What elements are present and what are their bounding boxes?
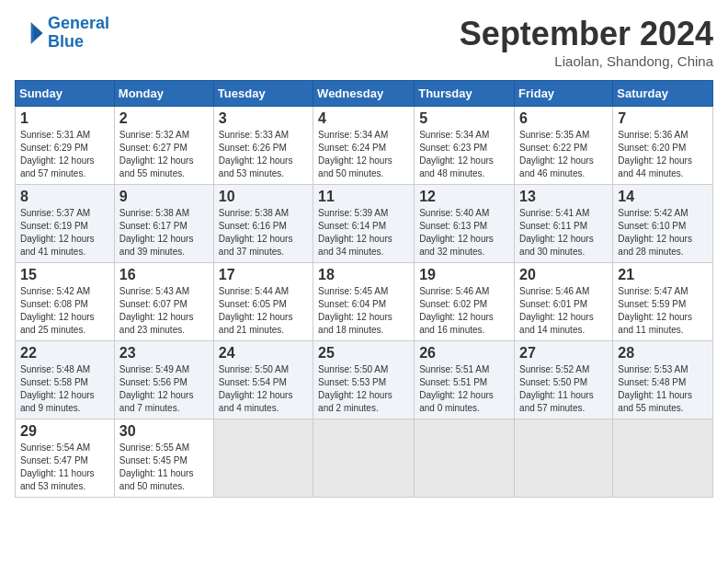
day-number: 18 (318, 267, 409, 283)
day-info: Sunrise: 5:40 AMSunset: 6:13 PMDaylight:… (419, 207, 509, 259)
header-thursday: Thursday (415, 81, 515, 107)
header-sunday: Sunday (16, 81, 115, 107)
day-number: 3 (219, 110, 308, 127)
calendar-day-cell: 13Sunrise: 5:41 AMSunset: 6:11 PMDayligh… (515, 185, 613, 263)
logo-line2: Blue (48, 32, 84, 51)
day-info: Sunrise: 5:42 AMSunset: 6:10 PMDaylight:… (618, 207, 708, 259)
day-info: Sunrise: 5:49 AMSunset: 5:56 PMDaylight:… (119, 363, 209, 415)
calendar-day-cell: 17Sunrise: 5:44 AMSunset: 6:05 PMDayligh… (213, 263, 313, 341)
calendar-day-cell: 24Sunrise: 5:50 AMSunset: 5:54 PMDayligh… (213, 341, 313, 419)
title-block: September 2024 Liaolan, Shandong, China (460, 15, 713, 69)
calendar-day-cell: 19Sunrise: 5:46 AMSunset: 6:02 PMDayligh… (415, 263, 515, 341)
day-info: Sunrise: 5:52 AMSunset: 5:50 PMDaylight:… (519, 363, 608, 415)
day-info: Sunrise: 5:47 AMSunset: 5:59 PMDaylight:… (618, 285, 708, 337)
calendar-day-cell: 23Sunrise: 5:49 AMSunset: 5:56 PMDayligh… (114, 341, 213, 419)
day-number: 5 (419, 110, 509, 127)
calendar-day-cell: 1Sunrise: 5:31 AMSunset: 6:29 PMDaylight… (16, 107, 115, 185)
logo-line1: General (48, 14, 109, 32)
calendar-day-cell: 14Sunrise: 5:42 AMSunset: 6:10 PMDayligh… (613, 185, 713, 263)
logo: General Blue (15, 15, 109, 52)
day-number: 22 (20, 345, 109, 362)
day-info: Sunrise: 5:37 AMSunset: 6:19 PMDaylight:… (20, 207, 109, 259)
page-header: General Blue September 2024 Liaolan, Sha… (15, 15, 713, 69)
empty-cell (613, 419, 713, 498)
calendar-day-cell: 22Sunrise: 5:48 AMSunset: 5:58 PMDayligh… (16, 341, 115, 419)
day-info: Sunrise: 5:44 AMSunset: 6:05 PMDaylight:… (219, 285, 308, 337)
calendar-table: Sunday Monday Tuesday Wednesday Thursday… (15, 80, 713, 498)
calendar-day-cell: 21Sunrise: 5:47 AMSunset: 5:59 PMDayligh… (613, 263, 713, 341)
day-number: 29 (20, 423, 109, 440)
calendar-day-cell: 26Sunrise: 5:51 AMSunset: 5:51 PMDayligh… (415, 341, 515, 419)
day-number: 11 (318, 189, 409, 205)
calendar-week-row: 8Sunrise: 5:37 AMSunset: 6:19 PMDaylight… (16, 185, 713, 263)
day-number: 25 (318, 345, 409, 362)
day-info: Sunrise: 5:45 AMSunset: 6:04 PMDaylight:… (318, 285, 409, 337)
calendar-day-cell: 7Sunrise: 5:36 AMSunset: 6:20 PMDaylight… (613, 107, 713, 185)
day-info: Sunrise: 5:54 AMSunset: 5:47 PMDaylight:… (20, 442, 109, 493)
day-number: 23 (119, 345, 209, 362)
calendar-day-cell: 5Sunrise: 5:34 AMSunset: 6:23 PMDaylight… (415, 107, 515, 185)
calendar-day-cell: 16Sunrise: 5:43 AMSunset: 6:07 PMDayligh… (114, 263, 213, 341)
calendar-day-cell: 30Sunrise: 5:55 AMSunset: 5:45 PMDayligh… (114, 419, 213, 498)
day-number: 14 (618, 189, 708, 205)
day-info: Sunrise: 5:46 AMSunset: 6:02 PMDaylight:… (419, 285, 509, 337)
calendar-day-cell: 4Sunrise: 5:34 AMSunset: 6:24 PMDaylight… (313, 107, 415, 185)
empty-cell (415, 419, 515, 498)
day-number: 26 (419, 345, 509, 362)
day-number: 20 (519, 267, 608, 283)
day-info: Sunrise: 5:50 AMSunset: 5:54 PMDaylight:… (219, 363, 308, 415)
day-number: 6 (519, 110, 608, 127)
day-info: Sunrise: 5:53 AMSunset: 5:48 PMDaylight:… (618, 363, 708, 415)
empty-cell (213, 419, 313, 498)
day-info: Sunrise: 5:51 AMSunset: 5:51 PMDaylight:… (419, 363, 509, 415)
day-number: 13 (519, 189, 608, 205)
day-info: Sunrise: 5:34 AMSunset: 6:24 PMDaylight:… (318, 129, 409, 180)
calendar-week-row: 22Sunrise: 5:48 AMSunset: 5:58 PMDayligh… (16, 341, 713, 419)
day-number: 1 (20, 110, 109, 127)
day-number: 4 (318, 110, 409, 127)
day-info: Sunrise: 5:48 AMSunset: 5:58 PMDaylight:… (20, 363, 109, 415)
header-tuesday: Tuesday (213, 81, 313, 107)
day-info: Sunrise: 5:34 AMSunset: 6:23 PMDaylight:… (419, 129, 509, 180)
empty-cell (515, 419, 613, 498)
calendar-day-cell: 12Sunrise: 5:40 AMSunset: 6:13 PMDayligh… (415, 185, 515, 263)
calendar-day-cell: 20Sunrise: 5:46 AMSunset: 6:01 PMDayligh… (515, 263, 613, 341)
day-number: 12 (419, 189, 509, 205)
calendar-day-cell: 27Sunrise: 5:52 AMSunset: 5:50 PMDayligh… (515, 341, 613, 419)
calendar-day-cell: 9Sunrise: 5:38 AMSunset: 6:17 PMDaylight… (114, 185, 213, 263)
calendar-day-cell: 10Sunrise: 5:38 AMSunset: 6:16 PMDayligh… (213, 185, 313, 263)
calendar-week-row: 1Sunrise: 5:31 AMSunset: 6:29 PMDaylight… (16, 107, 713, 185)
svg-marker-1 (34, 26, 43, 40)
day-number: 10 (219, 189, 308, 205)
day-number: 28 (618, 345, 708, 362)
header-saturday: Saturday (613, 81, 713, 107)
day-number: 15 (20, 267, 109, 283)
day-number: 17 (219, 267, 308, 283)
day-number: 24 (219, 345, 308, 362)
calendar-day-cell: 28Sunrise: 5:53 AMSunset: 5:48 PMDayligh… (613, 341, 713, 419)
day-info: Sunrise: 5:38 AMSunset: 6:17 PMDaylight:… (119, 207, 209, 259)
day-number: 21 (618, 267, 708, 283)
calendar-day-cell: 3Sunrise: 5:33 AMSunset: 6:26 PMDaylight… (213, 107, 313, 185)
day-number: 30 (119, 423, 209, 440)
calendar-subtitle: Liaolan, Shandong, China (460, 53, 713, 69)
day-info: Sunrise: 5:50 AMSunset: 5:53 PMDaylight:… (318, 363, 409, 415)
day-number: 16 (119, 267, 209, 283)
day-info: Sunrise: 5:31 AMSunset: 6:29 PMDaylight:… (20, 129, 109, 180)
day-info: Sunrise: 5:33 AMSunset: 6:26 PMDaylight:… (219, 129, 308, 180)
calendar-week-row: 15Sunrise: 5:42 AMSunset: 6:08 PMDayligh… (16, 263, 713, 341)
calendar-day-cell: 2Sunrise: 5:32 AMSunset: 6:27 PMDaylight… (114, 107, 213, 185)
calendar-title: September 2024 (460, 15, 713, 53)
day-number: 2 (119, 110, 209, 127)
header-wednesday: Wednesday (313, 81, 415, 107)
calendar-day-cell: 8Sunrise: 5:37 AMSunset: 6:19 PMDaylight… (16, 185, 115, 263)
day-info: Sunrise: 5:38 AMSunset: 6:16 PMDaylight:… (219, 207, 308, 259)
calendar-day-cell: 15Sunrise: 5:42 AMSunset: 6:08 PMDayligh… (16, 263, 115, 341)
day-info: Sunrise: 5:41 AMSunset: 6:11 PMDaylight:… (519, 207, 608, 259)
calendar-week-row: 29Sunrise: 5:54 AMSunset: 5:47 PMDayligh… (16, 419, 713, 498)
logo-text: General Blue (48, 15, 109, 52)
day-info: Sunrise: 5:39 AMSunset: 6:14 PMDaylight:… (318, 207, 409, 259)
day-info: Sunrise: 5:43 AMSunset: 6:07 PMDaylight:… (119, 285, 209, 337)
day-info: Sunrise: 5:46 AMSunset: 6:01 PMDaylight:… (519, 285, 608, 337)
logo-icon (15, 18, 44, 48)
